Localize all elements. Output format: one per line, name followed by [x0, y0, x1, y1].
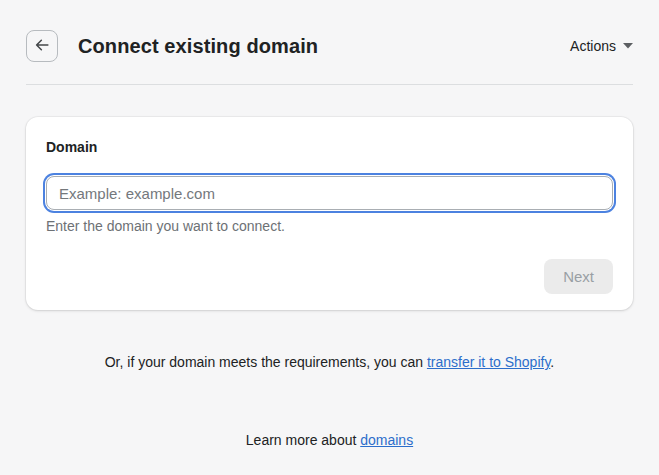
page-header: Connect existing domain Actions	[0, 0, 659, 84]
footer-prefix: Learn more about	[246, 432, 360, 448]
transfer-to-shopify-link[interactable]: transfer it to Shopify	[427, 354, 550, 370]
domain-card: Domain Enter the domain you want to conn…	[26, 117, 633, 310]
caret-down-icon	[623, 43, 633, 49]
footer-learn-more: Learn more about domains	[0, 432, 659, 448]
domain-field-label: Domain	[46, 139, 613, 155]
transfer-note-prefix: Or, if your domain meets the requirement…	[105, 354, 427, 370]
domain-helper-text: Enter the domain you want to connect.	[46, 218, 613, 234]
card-button-row: Next	[46, 259, 613, 294]
actions-label: Actions	[570, 38, 616, 54]
back-button[interactable]	[26, 30, 58, 62]
domains-link[interactable]: domains	[360, 432, 413, 448]
arrow-left-icon	[33, 36, 51, 57]
actions-button[interactable]: Actions	[570, 38, 633, 54]
domain-input[interactable]	[46, 176, 613, 210]
domain-input-wrap	[46, 176, 613, 210]
next-button[interactable]: Next	[544, 259, 613, 294]
header-divider	[26, 84, 633, 85]
transfer-note-suffix: .	[550, 354, 554, 370]
page-title: Connect existing domain	[78, 35, 550, 58]
transfer-note: Or, if your domain meets the requirement…	[0, 354, 659, 370]
